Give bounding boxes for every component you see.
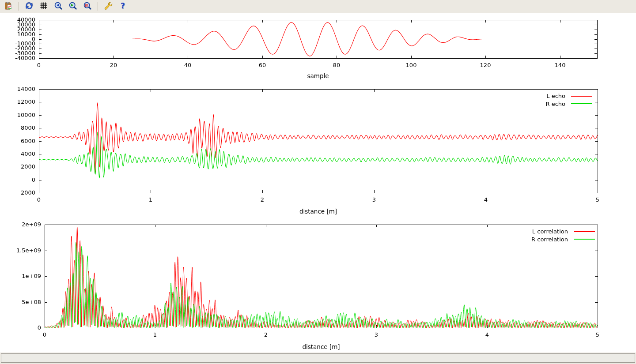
question-mark-icon: ? ? xyxy=(118,1,127,11)
charts-canvas[interactable] xyxy=(0,0,636,364)
statusbar-text xyxy=(1,353,635,363)
legend-label-r-echo: R echo xyxy=(545,101,565,107)
magnifier-right-arrow-icon xyxy=(68,1,77,11)
toolbar-separator xyxy=(19,2,19,11)
wrench-icon xyxy=(104,1,113,11)
magnifier-plot-icon xyxy=(83,1,92,11)
toolbar-separator xyxy=(98,2,98,11)
legend-entry: R echo xyxy=(545,100,592,108)
zoom-next-button[interactable] xyxy=(67,1,79,12)
apply-autoscale-button[interactable] xyxy=(82,1,93,12)
legend-entry: L correlation xyxy=(531,228,595,236)
svg-text:?: ? xyxy=(121,1,125,10)
refresh-arrows-icon xyxy=(25,1,34,11)
x-axis-title-pulse: sample xyxy=(39,72,597,79)
clipboard-chart-icon xyxy=(4,1,13,11)
statusbar xyxy=(0,353,636,364)
grid-icon xyxy=(39,1,48,11)
x-axis-title-correlation: distance [m] xyxy=(45,343,598,350)
legend-line-red xyxy=(571,96,592,97)
configure-button[interactable] xyxy=(102,1,114,12)
copy-to-clipboard-button[interactable] xyxy=(3,1,14,12)
toolbar: ? ? xyxy=(0,0,636,13)
replot-button[interactable] xyxy=(23,1,35,12)
legend-label-l-echo: L echo xyxy=(546,93,565,99)
legend-line-green xyxy=(574,239,595,240)
toggle-grid-button[interactable] xyxy=(38,1,49,12)
x-axis-title-echo: distance [m] xyxy=(39,208,598,215)
help-button[interactable]: ? ? xyxy=(117,1,129,12)
legend-entry: R correlation xyxy=(531,236,595,244)
legend-label-l-correlation: L correlation xyxy=(532,228,568,235)
magnifier-left-arrow-icon xyxy=(54,1,63,11)
legend-echo: L echo R echo xyxy=(545,92,592,108)
legend-line-red xyxy=(574,231,595,232)
legend-line-green xyxy=(571,103,592,104)
legend-entry: L echo xyxy=(545,92,592,100)
legend-correlation: L correlation R correlation xyxy=(531,228,595,243)
legend-label-r-correlation: R correlation xyxy=(531,236,568,243)
zoom-previous-button[interactable] xyxy=(53,1,64,12)
